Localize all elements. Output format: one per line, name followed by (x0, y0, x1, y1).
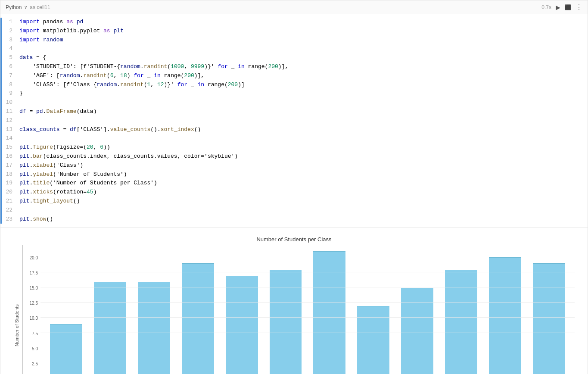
y-tick-label: 15.0 (22, 286, 38, 290)
bar-column (133, 245, 176, 374)
y-gridline (40, 363, 575, 363)
line-number: 5 (2, 53, 12, 62)
line-number: 10 (2, 98, 12, 107)
bar-column (439, 245, 482, 374)
code-line: plt.xlabel('Class') (19, 161, 582, 170)
code-content[interactable]: import pandas as pdimport matplotlib.pyp… (19, 18, 588, 224)
bar-column (220, 245, 263, 374)
language-label[interactable]: Python (6, 4, 22, 10)
line-number: 11 (2, 107, 12, 116)
line-number: 22 (2, 206, 12, 215)
y-axis-label: Number of Students (13, 245, 20, 374)
code-line: plt.ylabel('Number of Students') (19, 170, 582, 179)
y-gridline (40, 302, 575, 302)
code-line (19, 44, 582, 53)
menu-button[interactable]: ⋮ (576, 3, 582, 11)
chart-container: Number of Students per Class Number of S… (9, 232, 579, 374)
bar-column (396, 245, 439, 374)
line-number: 7 (2, 72, 12, 81)
line-numbers: 1234567891011121314151617181920212223 (2, 18, 19, 224)
bar (182, 263, 214, 374)
code-line: import matplotlib.pyplot as plt (19, 27, 582, 36)
code-line: } (19, 89, 582, 98)
bar-column (527, 245, 570, 374)
y-gridline (40, 333, 575, 333)
notebook-cell: Python ∨ as cell11 0.7s ▶ ⬛ ⋮ 1234567891… (0, 0, 588, 374)
bar-column (308, 245, 351, 374)
code-line: plt.figure(figsize=(20, 6)) (19, 143, 582, 152)
y-gridline (40, 317, 575, 318)
line-number: 20 (2, 188, 12, 197)
y-tick-label: 7.5 (22, 331, 38, 336)
y-tick-label: 20.0 (22, 256, 38, 260)
code-line (19, 116, 582, 125)
line-number: 18 (2, 170, 12, 179)
code-line (19, 134, 582, 143)
y-tick-label: 12.5 (22, 301, 38, 305)
chart-title: Number of Students per Class (13, 236, 575, 243)
line-number: 8 (2, 81, 12, 90)
bar-column (264, 245, 307, 374)
bar-column (352, 245, 395, 374)
line-number: 12 (2, 116, 12, 125)
bar (313, 251, 345, 374)
line-number: 4 (2, 44, 12, 53)
code-line: plt.tight_layout() (19, 197, 582, 206)
code-line: 'CLASS': [f'Class {random.randint(1, 12)… (19, 81, 582, 90)
line-number: 6 (2, 62, 12, 72)
bar-column (45, 245, 88, 374)
code-area: 1234567891011121314151617181920212223 im… (0, 14, 588, 227)
code-line: 'AGE': [random.randint(6, 18) for _ in r… (19, 72, 582, 81)
cell-name-label: as cell11 (30, 4, 50, 10)
bar (401, 288, 433, 374)
output-area: Number of Students per Class Number of S… (0, 227, 588, 374)
line-number: 3 (2, 36, 12, 45)
y-tick-label: 2.5 (22, 362, 38, 366)
line-number: 19 (2, 179, 12, 188)
bar (226, 276, 258, 374)
bar (138, 282, 170, 374)
line-number: 13 (2, 125, 12, 134)
y-gridline (40, 348, 575, 348)
chevron-icon: ∨ (24, 5, 27, 9)
line-number: 16 (2, 152, 12, 161)
bar-column (483, 245, 526, 374)
timing-label: 0.7s (541, 4, 551, 10)
code-line: plt.title('Number of Students per Class'… (19, 179, 582, 188)
code-line (19, 206, 582, 215)
line-number: 14 (2, 134, 12, 143)
code-line: plt.xticks(rotation=45) (19, 188, 582, 197)
code-line: 'STUDENT_ID': [f'STUDENT-{random.randint… (19, 62, 582, 72)
code-line: class_counts = df['CLASS'].value_counts(… (19, 125, 582, 134)
bar (270, 270, 302, 374)
y-gridline (40, 272, 575, 272)
bar-column (176, 245, 219, 374)
code-line: df = pd.DataFrame(data) (19, 107, 582, 116)
line-number: 17 (2, 161, 12, 170)
bar (533, 263, 565, 374)
code-line (19, 98, 582, 107)
line-number: 9 (2, 89, 12, 98)
code-line: data = { (19, 53, 582, 62)
bar (445, 270, 477, 374)
code-line: import pandas as pd (19, 18, 582, 27)
line-number: 15 (2, 143, 12, 152)
y-tick-label: 5.0 (22, 346, 38, 351)
stop-button[interactable]: ⬛ (565, 4, 571, 10)
bar (94, 282, 126, 374)
y-tick-label: 17.5 (22, 271, 38, 275)
line-number: 1 (2, 18, 12, 27)
y-gridline (40, 257, 575, 257)
y-gridline (40, 287, 575, 287)
code-line: plt.bar(class_counts.index, class_counts… (19, 152, 582, 161)
bar (50, 324, 82, 374)
bar (489, 257, 521, 374)
code-line: plt.show() (19, 215, 582, 224)
run-button[interactable]: ▶ (556, 4, 560, 11)
bar-column (89, 245, 132, 374)
bar (357, 306, 389, 374)
y-tick-label: 10.0 (22, 316, 38, 321)
line-number: 21 (2, 197, 12, 206)
line-number: 2 (2, 27, 12, 36)
cell-header: Python ∨ as cell11 0.7s ▶ ⬛ ⋮ (0, 0, 588, 14)
